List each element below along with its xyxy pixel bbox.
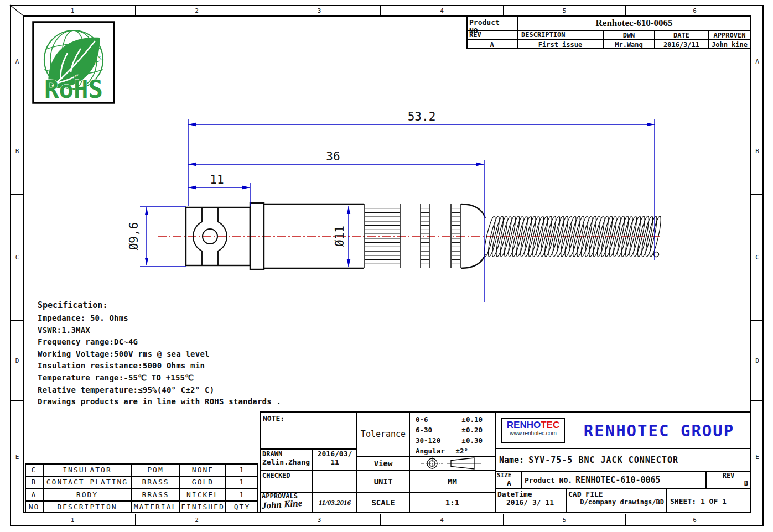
- parts-cell: INSULATOR: [43, 463, 131, 476]
- spec-line: VSWR:1.3MAX: [38, 326, 281, 338]
- parts-cell: GOLD: [180, 476, 226, 489]
- corner-diagonal: [10, 5, 24, 17]
- company-name: RENHOTEC GROUP: [570, 413, 748, 449]
- parts-cell: BRASS: [131, 476, 180, 489]
- rev-cell: Mr.Wang: [603, 40, 655, 49]
- drawn-label: DRAWN: [262, 450, 312, 458]
- dim-body-diameter-label: Ø11: [333, 226, 346, 247]
- cad-file-cell: CAD FILE D/company drawings/BD: [566, 489, 666, 513]
- parts-cell: DESCRIPTION: [43, 501, 131, 514]
- tolerance-label-cell: Tolerance: [357, 412, 409, 456]
- product-no-cell: Product NO. RENHOTEC-610-0065: [522, 471, 706, 489]
- cad-file-label: CAD FILE: [568, 490, 666, 498]
- tolerance-values-cell: 0-6±0.10 6-30±0.20 30-120±0.30 Angular±2…: [409, 412, 495, 456]
- rev-col-header: APPROVEN: [708, 30, 751, 40]
- rev-value: B: [707, 479, 750, 487]
- scale-label-cell: SCALE: [357, 492, 409, 513]
- approvals-cell: APPROVALS John Kine: [260, 492, 313, 513]
- tolerance-range: 30-120: [416, 436, 440, 445]
- rohs-brand-text: RoHS: [44, 75, 103, 103]
- dimension-lines: [140, 119, 655, 302]
- parts-cell: NONE: [180, 463, 226, 476]
- note-cell: NOTE:: [260, 412, 357, 449]
- sheet-label: SHEET:: [670, 497, 696, 505]
- rev-cell: A: [466, 40, 517, 49]
- parts-cell: C: [25, 463, 43, 476]
- parts-table: C INSULATOR POM NONE 1 B CONTACT PLATING…: [25, 463, 258, 513]
- dim-body-length-label: 36: [326, 150, 340, 163]
- drawn-date-line1: 2016/03/: [313, 450, 356, 458]
- rohs-logo: Green Product RoHS: [32, 21, 115, 104]
- spec-line: Temperature range:-55℃ TO +155℃: [38, 373, 281, 385]
- datetime-label: DateTime: [497, 490, 566, 498]
- tolerance-range: 0-6: [416, 415, 428, 424]
- size-cell: SIZE A: [495, 471, 522, 489]
- datetime-cell: DateTime 2016/ 3/ 11: [495, 489, 566, 513]
- sheet-cell: SHEET: 1 OF 1: [666, 489, 751, 513]
- rev-col-header: REV: [466, 30, 517, 40]
- rev-cell-block: REV B: [706, 471, 751, 489]
- size-label: SIZE: [497, 472, 521, 479]
- drawn-date-line2: 11: [313, 458, 356, 466]
- rev-cell: 2016/3/11: [655, 40, 708, 49]
- size-value: A: [497, 479, 521, 487]
- name-cell: Name: SYV-75-5 BNC JACK CONNECTOR: [495, 448, 751, 471]
- parts-cell: NICKEL: [180, 488, 226, 501]
- spec-title: Specification:: [38, 300, 281, 310]
- spec-line: Drawings products are in line with ROHS …: [38, 397, 281, 409]
- drawing-sheet: 1 2 3 4 5 6 1 2 3 4 5 6 A B C D E A B C …: [0, 0, 773, 532]
- parts-cell: A: [25, 488, 43, 501]
- product-no-value: RENHOTEC-610-0065: [575, 475, 661, 485]
- company-header-cell: RENHOTEC www.renhotec.com RENHOTEC GROUP: [495, 412, 751, 448]
- parts-cell: NO: [25, 501, 43, 514]
- approvals-date-cell: 11/03.2016: [313, 492, 357, 513]
- rev-col-header: DESCRIPTION: [517, 30, 603, 40]
- tolerance-range: 6-30: [416, 426, 432, 434]
- renhotec-logo: RENHOTEC www.renhotec.com: [501, 418, 565, 443]
- tolerance-range: Angular: [416, 447, 445, 455]
- parts-cell: FINISHED: [180, 501, 226, 514]
- rev-col-header: DATE: [655, 30, 708, 40]
- drawn-cell: DRAWN Zelin.Zhang: [260, 449, 313, 471]
- product-no-label: Product NO.: [525, 476, 572, 484]
- tolerance-value: ±0.20: [461, 426, 483, 434]
- drawn-date-cell: 2016/03/ 11: [313, 449, 357, 471]
- rev-cell: First issue: [517, 40, 603, 49]
- rev-col-header: DWN: [603, 30, 655, 40]
- dim-overall-length-label: 53.2: [408, 110, 436, 123]
- tolerance-value: ±0.10: [461, 415, 483, 424]
- checked-cell: CHECKED: [260, 471, 313, 492]
- logo-text-blue: RENHO: [507, 420, 541, 430]
- specification-block: Specification: Impedance: 50. Ohms VSWR:…: [38, 300, 281, 409]
- projection-symbol: [411, 456, 494, 471]
- parts-cell: 1: [226, 476, 258, 489]
- rev-product-label: Product NO.: [466, 15, 517, 30]
- rev-label: REV: [707, 472, 750, 479]
- unit-label-cell: UNIT: [357, 471, 409, 492]
- parts-cell: POM: [131, 463, 180, 476]
- tolerance-value: ±2°: [455, 447, 468, 455]
- rev-table: Product NO. Renhotec-610-0065 REV DESCRI…: [466, 15, 751, 49]
- cad-file-value: D/company drawings/BD: [568, 498, 666, 506]
- spec-line: Impedance: 50. Ohms: [38, 314, 281, 326]
- spec-line: Insulation resistance:5000 Ohms min: [38, 361, 281, 373]
- parts-cell: MATERIAL: [131, 501, 180, 514]
- view-symbol-cell: [409, 456, 495, 471]
- checked-date-cell: [313, 471, 357, 492]
- datetime-value: 2016/ 3/ 11: [497, 498, 566, 507]
- parts-cell: 1: [226, 488, 258, 501]
- name-value: SYV-75-5 BNC JACK CONNECTOR: [528, 455, 678, 465]
- rev-cell: John kine: [708, 40, 751, 49]
- parts-cell: 1: [226, 463, 258, 476]
- spec-line: Working Voltage:500V rms @ sea level: [38, 350, 281, 362]
- parts-cell: B: [25, 476, 43, 489]
- spec-line: Relative temperature:≤95%(40° C±2° C): [38, 385, 281, 398]
- parts-cell: BODY: [43, 488, 131, 501]
- sheet-value: 1 OF 1: [701, 497, 727, 505]
- logo-text-red: TEC: [541, 420, 559, 430]
- logo-url: www.renhotec.com: [502, 430, 564, 436]
- title-block: NOTE: DRAWN Zelin.Zhang 2016/03/ 11 CHEC…: [260, 412, 751, 513]
- unit-value-cell: MM: [409, 471, 495, 492]
- drawn-name: Zelin.Zhang: [262, 458, 312, 466]
- parts-cell: CONTACT PLATING: [43, 476, 131, 489]
